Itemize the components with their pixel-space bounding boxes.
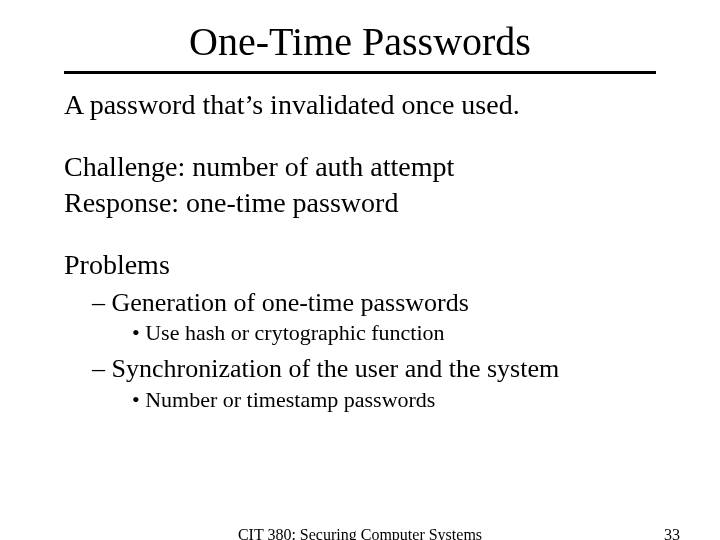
problem-subitem-hash: • Use hash or crytographic function	[64, 320, 656, 347]
problem-subitem-timestamp: • Number or timestamp passwords	[64, 387, 656, 414]
problems-heading: Problems	[64, 248, 656, 282]
slide-title: One-Time Passwords	[0, 0, 720, 71]
problem-item-generation: – Generation of one-time passwords	[64, 287, 656, 319]
title-rule	[64, 71, 656, 74]
slide: One-Time Passwords A password that’s inv…	[0, 0, 720, 540]
response-line: Response: one-time password	[64, 186, 656, 220]
slide-body: A password that’s invalidated once used.…	[0, 88, 720, 414]
intro-text: A password that’s invalidated once used.	[64, 88, 656, 122]
problem-item-sync: – Synchronization of the user and the sy…	[64, 353, 656, 385]
challenge-line: Challenge: number of auth attempt	[64, 150, 656, 184]
footer-course: CIT 380: Securing Computer Systems	[0, 526, 720, 540]
footer-page-number: 33	[664, 526, 680, 540]
